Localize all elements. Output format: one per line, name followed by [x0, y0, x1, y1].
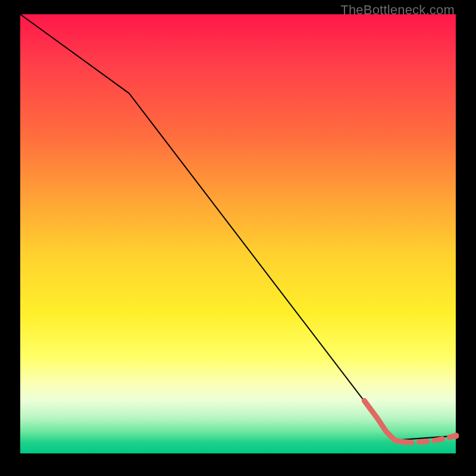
bottleneck-curve [20, 14, 456, 440]
highlight-solid [364, 400, 403, 441]
chart-svg [20, 14, 456, 453]
highlight-endpoints [453, 433, 459, 439]
highlight-end-dot [453, 433, 459, 439]
plot-area [20, 14, 456, 453]
chart-container: { "watermark": "TheBottleneck.com", "col… [0, 0, 476, 476]
